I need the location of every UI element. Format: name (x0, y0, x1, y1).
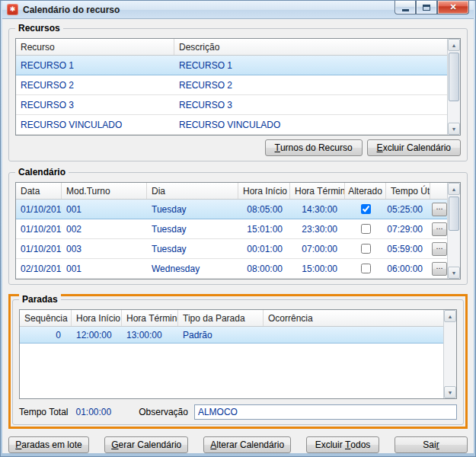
paradas-table-header: Sequência Hora Início Hora Término Tipo … (20, 310, 443, 327)
cell-dia: Tuesday (147, 244, 238, 254)
table-row[interactable]: RECURSO 2 RECURSO 2 (16, 75, 447, 95)
table-row[interactable]: 01/10/2019 001 Tuesday 08:05:00 14:30:00… (16, 200, 447, 219)
paradas-group-title: Paradas (19, 294, 61, 305)
column-header-more (430, 183, 447, 199)
scrollbar-thumb[interactable] (449, 197, 459, 231)
vertical-scrollbar[interactable]: ▲ ▼ (447, 39, 460, 135)
vertical-scrollbar[interactable]: ▲ ▼ (447, 183, 460, 279)
more-button[interactable]: ... (432, 203, 447, 216)
down-arrow-icon: ▼ (448, 390, 453, 395)
cell-hora-inicio: 12:00:00 (72, 330, 122, 340)
column-header-hora-termino[interactable]: Hora Término (122, 310, 178, 326)
cell-hora-termino: 07:00:00 (290, 244, 345, 254)
up-arrow-icon: ▲ (452, 187, 457, 192)
more-button[interactable]: ... (432, 222, 447, 236)
maximize-icon (423, 5, 430, 11)
app-logo-glyph: ✱ (10, 5, 16, 13)
scroll-up-button[interactable]: ▲ (448, 39, 460, 51)
table-row[interactable]: 01/10/2019 002 Tuesday 15:01:00 23:30:00… (16, 219, 447, 239)
cell-tempo-util: 07:29:00 (386, 224, 430, 235)
cell-hora-inicio: 08:05:00 (238, 204, 290, 215)
more-button[interactable]: ... (432, 242, 447, 256)
scroll-down-button[interactable]: ▼ (444, 386, 456, 398)
scroll-up-button[interactable]: ▲ (448, 183, 460, 195)
minimize-button[interactable] (395, 1, 416, 14)
scroll-down-button[interactable]: ▼ (448, 267, 460, 279)
cell-tempo-util: 05:25:00 (386, 204, 430, 215)
gerar-calendario-button[interactable]: Gerar Calendário (104, 436, 188, 453)
cell-sequencia: 0 (20, 330, 72, 340)
close-button[interactable]: ✕ (437, 1, 469, 14)
button-label-part: odos (350, 439, 370, 450)
table-row[interactable]: RECURSO 1 RECURSO 1 (16, 56, 447, 75)
column-header-recurso[interactable]: Recurso (16, 39, 174, 55)
alterar-calendario-button[interactable]: Alterar Calendário (203, 436, 291, 453)
excluir-calendario-button[interactable]: Excluir Calendário (367, 139, 461, 156)
column-header-tempo-util[interactable]: Tempo Útil (386, 183, 430, 199)
table-row[interactable]: 02/10/2019 001 Wednesday 08:00:00 15:00:… (16, 259, 447, 279)
cell-hora-termino: 23:30:00 (290, 224, 345, 235)
cell-recurso: RECURSO 1 (16, 60, 174, 71)
vertical-scrollbar[interactable]: ▲ ▼ (443, 310, 456, 398)
column-header-ocorrencia[interactable]: Ocorrência (264, 310, 443, 326)
cell-tempo-util: 06:00:00 (386, 264, 430, 274)
minimize-icon (402, 9, 409, 11)
column-header-data[interactable]: Data (16, 183, 62, 199)
maximize-button[interactable] (416, 1, 437, 14)
table-row[interactable]: 0 12:00:00 13:00:00 Padrão (20, 327, 443, 344)
cell-descricao: RECURSO 2 (174, 80, 447, 91)
observacao-input[interactable] (194, 404, 457, 420)
column-header-mod-turno[interactable]: Mod.Turno (62, 183, 147, 199)
turnos-do-recurso-button[interactable]: Turnos do Recurso (265, 139, 363, 156)
column-header-hora-inicio[interactable]: Hora Início (72, 310, 122, 326)
column-header-alterado[interactable]: Alterado (345, 183, 386, 199)
tempo-total-label: Tempo Total (19, 407, 68, 417)
recursos-table-main: Recurso Descrição RECURSO 1 RECURSO 1 RE… (16, 39, 447, 135)
column-header-hora-termino[interactable]: Hora Término (290, 183, 345, 199)
cell-recurso: RECURSO VINCULADO (16, 120, 174, 130)
recursos-group-title: Recursos (15, 23, 63, 34)
table-row[interactable]: RECURSO 3 RECURSO 3 (16, 95, 447, 115)
column-header-tipo-parada[interactable]: Tipo da Parada (178, 310, 264, 326)
scrollbar-track[interactable] (448, 51, 460, 123)
recursos-group: Recursos Recurso Descrição RECURSO 1 REC… (8, 28, 468, 161)
paradas-em-lote-button[interactable]: Paradas em lote (8, 436, 89, 453)
table-row[interactable]: RECURSO VINCULADO RECURSO VINCULADO (16, 115, 447, 135)
cell-mod-turno: 002 (62, 224, 147, 235)
column-header-sequencia[interactable]: Sequência (20, 310, 72, 326)
up-arrow-icon: ▲ (448, 314, 453, 319)
scroll-up-button[interactable]: ▲ (444, 310, 456, 322)
cell-descricao: RECURSO VINCULADO (174, 120, 447, 130)
button-label-part: Sai (423, 439, 436, 450)
scroll-down-button[interactable]: ▼ (448, 123, 460, 135)
scrollbar-thumb[interactable] (449, 53, 459, 101)
cell-dia: Tuesday (147, 204, 238, 215)
cell-hora-inicio: 08:00:00 (238, 264, 290, 274)
cell-data: 01/10/2019 (16, 204, 62, 215)
button-label-part: xcluir Calendário (383, 142, 451, 153)
alterado-checkbox[interactable] (361, 244, 371, 254)
button-label-part: Excluir (315, 439, 345, 450)
cell-hora-inicio: 00:01:00 (238, 244, 290, 254)
scrollbar-track[interactable] (448, 195, 460, 267)
column-header-dia[interactable]: Dia (147, 183, 238, 199)
down-arrow-icon: ▼ (452, 126, 457, 132)
alterado-checkbox[interactable] (361, 224, 371, 234)
button-label-mnemonic: G (111, 439, 118, 450)
alterado-checkbox[interactable] (361, 264, 371, 273)
titlebar[interactable]: ✱ Calendário do recurso ✕ (2, 1, 474, 19)
button-label-part: urnos do Recurso (280, 142, 353, 153)
window-title: Calendário do recurso (23, 5, 120, 15)
table-row[interactable]: 01/10/2019 003 Tuesday 00:01:00 07:00:00… (16, 239, 447, 259)
cell-alterado (345, 244, 386, 254)
paradas-totals-row: Tempo Total 01:00:00 Observação (19, 404, 457, 420)
alterado-checkbox[interactable] (361, 204, 371, 214)
dialog-content: Recursos Recurso Descrição RECURSO 1 REC… (2, 19, 474, 453)
column-header-hora-inicio[interactable]: Hora Início (238, 183, 290, 199)
more-button[interactable]: ... (432, 262, 447, 276)
recursos-table: Recurso Descrição RECURSO 1 RECURSO 1 RE… (15, 38, 461, 136)
scrollbar-track[interactable] (444, 322, 456, 386)
sair-button[interactable]: Sair (395, 436, 468, 453)
excluir-todos-button[interactable]: Excluir Todos (306, 436, 379, 453)
column-header-descricao[interactable]: Descrição (174, 39, 447, 55)
